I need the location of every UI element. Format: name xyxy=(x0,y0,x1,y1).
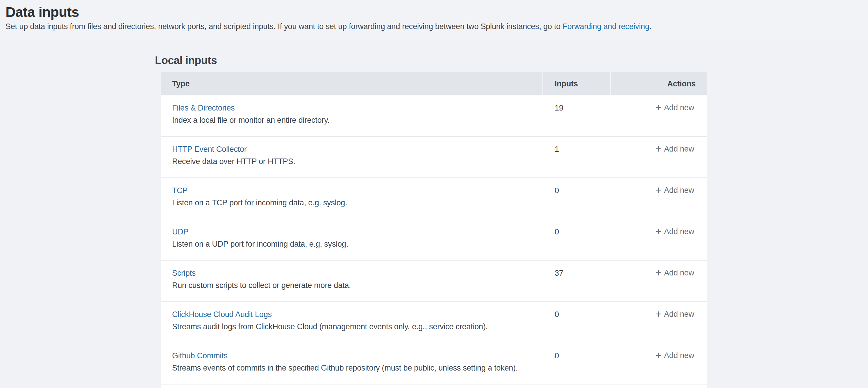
local-inputs-table: Type Inputs Actions Files & Directories … xyxy=(161,72,707,388)
inputs-count: 0 xyxy=(543,343,611,384)
table-row: ClickHouse Cloud Audit Logs Streams audi… xyxy=(161,302,707,343)
input-type-link[interactable]: Files & Directories xyxy=(172,103,235,113)
add-new-link[interactable]: +Add new xyxy=(655,226,694,237)
add-new-label: Add new xyxy=(664,310,694,319)
input-type-description: Receive data over HTTP or HTTPS. xyxy=(172,157,543,167)
add-new-label: Add new xyxy=(664,351,694,360)
type-cell: Github Commits Streams events of commits… xyxy=(161,343,543,384)
add-new-link[interactable]: +Add new xyxy=(655,102,694,113)
type-cell: HTTP Event Collector Receive data over H… xyxy=(161,137,543,177)
type-cell: Scripts Run custom scripts to collect or… xyxy=(161,261,543,301)
table-row: Scripts Run custom scripts to collect or… xyxy=(161,261,707,302)
add-new-link[interactable]: +Add new xyxy=(655,143,694,154)
type-cell: TCP Listen on a TCP port for incoming da… xyxy=(161,178,543,219)
input-type-link[interactable]: UDP xyxy=(172,227,188,237)
input-type-link[interactable]: TCP xyxy=(172,186,187,196)
data-inputs-page: Data inputs Set up data inputs from file… xyxy=(0,0,868,388)
plus-icon: + xyxy=(655,184,661,196)
add-new-label: Add new xyxy=(664,145,694,153)
column-header-inputs: Inputs xyxy=(543,72,610,95)
input-type-description: Index a local file or monitor an entire … xyxy=(172,116,543,125)
inputs-count: 1 xyxy=(543,137,611,177)
subtitle-text: Set up data inputs from files and direct… xyxy=(5,22,562,31)
actions-cell: +Add new xyxy=(611,219,707,260)
table-header-row: Type Inputs Actions xyxy=(161,72,707,95)
plus-icon: + xyxy=(655,226,661,237)
column-header-actions: Actions xyxy=(611,72,707,95)
table-row: UDP Listen on a UDP port for incoming da… xyxy=(161,219,707,261)
add-new-label: Add new xyxy=(664,186,694,195)
actions-cell: +Add new xyxy=(611,137,707,177)
add-new-link[interactable]: +Add new xyxy=(655,308,694,320)
inputs-count: 19 xyxy=(543,95,611,136)
add-new-label: Add new xyxy=(664,103,694,112)
actions-cell: +Add new xyxy=(611,343,707,384)
actions-cell: +Add new xyxy=(611,261,707,301)
table-row: Files & Directories Index a local file o… xyxy=(161,95,707,137)
plus-icon: + xyxy=(655,267,661,279)
page-header: Data inputs Set up data inputs from file… xyxy=(0,0,868,42)
type-cell: Files & Directories Index a local file o… xyxy=(161,95,543,136)
inputs-count: 0 xyxy=(543,178,611,219)
plus-icon: + xyxy=(655,143,661,155)
inputs-count: 37 xyxy=(543,261,611,301)
partial-next-row xyxy=(161,385,707,388)
column-header-type: Type xyxy=(161,72,542,95)
input-type-description: Listen on a UDP port for incoming data, … xyxy=(172,239,543,249)
plus-icon: + xyxy=(655,308,661,320)
input-type-link[interactable]: ClickHouse Cloud Audit Logs xyxy=(172,310,272,319)
inputs-count: 0 xyxy=(543,219,611,260)
table-body: Files & Directories Index a local file o… xyxy=(161,95,707,385)
add-new-link[interactable]: +Add new xyxy=(655,350,694,361)
type-cell: ClickHouse Cloud Audit Logs Streams audi… xyxy=(161,302,543,342)
table-row: HTTP Event Collector Receive data over H… xyxy=(161,137,707,178)
input-type-description: Listen on a TCP port for incoming data, … xyxy=(172,198,543,208)
table-row: TCP Listen on a TCP port for incoming da… xyxy=(161,178,707,219)
add-new-link[interactable]: +Add new xyxy=(655,267,694,278)
add-new-label: Add new xyxy=(664,227,694,236)
input-type-description: Run custom scripts to collect or generat… xyxy=(172,281,543,290)
table-row: Github Commits Streams events of commits… xyxy=(161,343,707,385)
page-title: Data inputs xyxy=(5,4,859,20)
forwarding-and-receiving-link[interactable]: Forwarding and receiving xyxy=(562,22,649,31)
actions-cell: +Add new xyxy=(611,302,707,342)
add-new-link[interactable]: +Add new xyxy=(655,185,694,196)
add-new-label: Add new xyxy=(664,268,694,277)
subtitle-suffix: . xyxy=(649,22,651,31)
actions-cell: +Add new xyxy=(611,178,707,219)
section-heading-local-inputs: Local inputs xyxy=(155,54,868,67)
input-type-link[interactable]: Scripts xyxy=(172,268,196,278)
input-type-link[interactable]: HTTP Event Collector xyxy=(172,145,247,154)
plus-icon: + xyxy=(655,349,661,361)
input-type-description: Streams audit logs from ClickHouse Cloud… xyxy=(172,322,543,332)
actions-cell: +Add new xyxy=(611,95,707,136)
type-cell: UDP Listen on a UDP port for incoming da… xyxy=(161,219,543,260)
page-subtitle: Set up data inputs from files and direct… xyxy=(5,22,859,31)
input-type-link[interactable]: Github Commits xyxy=(172,351,227,361)
inputs-count: 0 xyxy=(543,302,611,342)
plus-icon: + xyxy=(655,101,661,113)
input-type-description: Streams events of commits in the specifi… xyxy=(172,363,543,373)
